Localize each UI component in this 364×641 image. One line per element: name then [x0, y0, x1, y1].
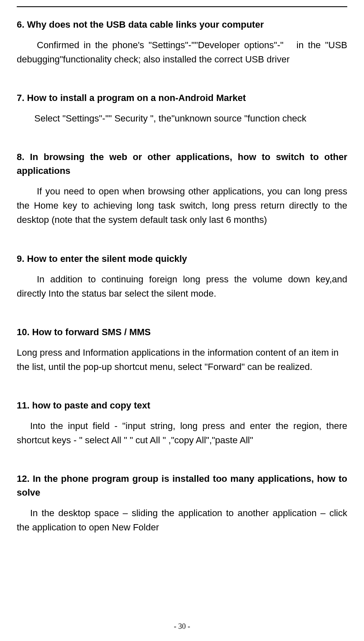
body-10: Long press and Information applications … [17, 346, 347, 374]
section-12: 12. In the phone program group is instal… [17, 472, 347, 535]
top-rule [17, 6, 347, 7]
heading-9: 9. How to enter the silent mode quickly [17, 252, 347, 266]
heading-10: 10. How to forward SMS / MMS [17, 325, 347, 339]
body-8: If you need to open when browsing other … [17, 184, 347, 227]
heading-8: 8. In browsing the web or other applicat… [17, 150, 347, 178]
body-12: In the desktop space – sliding the appli… [17, 506, 347, 535]
heading-12: 12. In the phone program group is instal… [17, 472, 347, 499]
body-7: Select "Settings"-"" Security ", the"unk… [17, 111, 347, 126]
heading-7: 7. How to install a program on a non-And… [17, 91, 347, 105]
section-9: 9. How to enter the silent mode quickly … [17, 252, 347, 301]
section-11: 11. how to paste and copy text Into the … [17, 398, 347, 447]
section-10: 10. How to forward SMS / MMS Long press … [17, 325, 347, 374]
body-9: In addition to continuing foreign long p… [17, 272, 347, 301]
page-number: - 30 - [0, 622, 364, 631]
section-6: 6. Why does not the USB data cable links… [17, 18, 347, 67]
body-6: Confirmed in the phone's "Settings"-""De… [17, 38, 347, 67]
heading-6: 6. Why does not the USB data cable links… [17, 18, 347, 31]
heading-11: 11. how to paste and copy text [17, 398, 347, 412]
section-7: 7. How to install a program on a non-And… [17, 91, 347, 126]
body-11: Into the input field - "input string, lo… [17, 419, 347, 447]
section-8: 8. In browsing the web or other applicat… [17, 150, 347, 227]
